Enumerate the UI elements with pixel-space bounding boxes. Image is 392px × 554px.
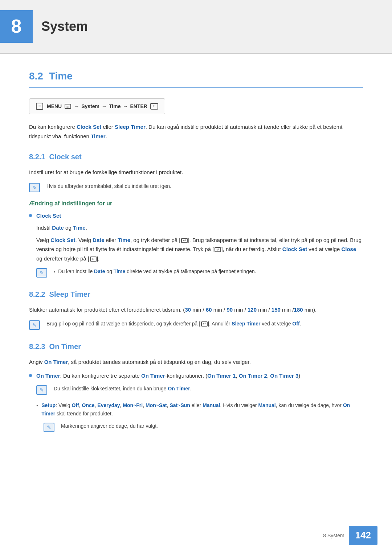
bullet-dot: [29, 214, 32, 217]
clock-set-sub1: Indstil Date og Time.: [36, 223, 363, 233]
bullet-dot-2: [29, 374, 32, 377]
subsection-823: 8.2.3 On Timer Angiv On Timer, så produk…: [29, 341, 363, 433]
clock-set-note2: ▪ Du kan indstille Date og Time direkte …: [36, 267, 363, 278]
enter-icon-inline3: [90, 257, 97, 262]
enter-icon: [150, 103, 158, 110]
clock-set-para: Vælg Clock Set. Vælg Date eller Time, og…: [36, 235, 363, 263]
chapter-number: 8: [0, 10, 33, 43]
on-timer-intro: Angiv On Timer, så produktet tændes auto…: [29, 357, 363, 367]
bullet-clock-set: Clock Set: [29, 212, 363, 220]
menu-icon: [36, 103, 43, 110]
on-timer-note2: Markeringen angiver de dage, du har valg…: [44, 422, 363, 433]
note-icon-3: [29, 320, 40, 330]
menu-path: MENU ⊞ → System → Time → ENTER: [29, 98, 165, 114]
clock-set-note2-wrap: ▪ Du kan indstille Date og Time direkte …: [36, 267, 363, 278]
page-footer: 8 System 142: [323, 526, 377, 545]
clock-set-note1-text: Hvis du afbryder strømkablet, skal du in…: [46, 182, 171, 190]
main-content: 8.2 Time MENU ⊞ → System → Time → ENTER …: [0, 54, 392, 472]
on-timer-note1-wrap: Du skal indstille klokkeslættet, inden d…: [36, 385, 363, 395]
square-bullet-icon: ▪: [54, 268, 55, 275]
note-icon-1: [29, 183, 40, 192]
bullet-on-timer: On Timer: Du kan konfigurere tre separat…: [29, 372, 363, 380]
setup-text: Setup: Vælg Off, Once, Everyday, Mon~Fri…: [41, 401, 363, 418]
on-timer-note2-wrap: Markeringen angiver de dage, du har valg…: [44, 422, 363, 433]
chapter-header: 8 System: [0, 0, 392, 54]
on-timer-note1: Du skal indstille klokkeslættet, inden d…: [36, 385, 363, 395]
note-icon-5: [44, 423, 54, 432]
setup-square-bullet: ▪: [36, 402, 38, 409]
sleep-timer-note: Brug pil op og pil ned til at vælge en t…: [29, 320, 363, 331]
on-timer-note2-text: Markeringen angiver de dage, du har valg…: [61, 422, 158, 430]
subsection-821-title: 8.2.1 Clock set: [29, 151, 363, 163]
clock-set-bullet: Clock Set Indstil Date og Time. Vælg Clo…: [29, 212, 363, 278]
clock-set-body: Indstil uret for at bruge de forskellige…: [29, 168, 363, 177]
clock-set-note1: Hvis du afbryder strømkablet, skal du in…: [29, 182, 363, 193]
subsection-822: 8.2.2 Sleep Timer Slukker automatisk for…: [29, 288, 363, 331]
note-icon-4: [36, 385, 47, 395]
enter-icon-inline1: [181, 238, 188, 243]
enter-icon-inline2: [215, 247, 221, 252]
subsection-823-title: 8.2.3 On Timer: [29, 341, 363, 352]
sub-heading-ur: Ændring af indstillingen for ur: [29, 199, 363, 208]
section-intro: Du kan konfigurere Clock Set eller Sleep…: [29, 122, 363, 141]
enter-icon-sleep: [201, 321, 208, 327]
chapter-title: System: [41, 16, 88, 37]
sleep-timer-note-text: Brug pil op og pil ned til at vælge en t…: [46, 320, 301, 328]
setup-item: ▪ Setup: Vælg Off, Once, Everyday, Mon~F…: [36, 401, 363, 418]
sleep-timer-body: Slukker automatisk for produktet efter e…: [29, 305, 363, 315]
menu-grid-icon: ⊞: [65, 104, 71, 109]
note-icon-2: [36, 268, 47, 278]
subsection-821: 8.2.1 Clock set Indstil uret for at brug…: [29, 151, 363, 278]
on-timer-note1-text: Du skal indstille klokkeslættet, inden d…: [54, 385, 192, 393]
section-82-title: 8.2 Time: [29, 68, 363, 88]
clock-set-note2-text: Du kan indstille Date og Time direkte ve…: [58, 267, 256, 275]
on-timer-bullet: On Timer: Du kan konfigurere tre separat…: [29, 372, 363, 433]
subsection-822-title: 8.2.2 Sleep Timer: [29, 288, 363, 300]
